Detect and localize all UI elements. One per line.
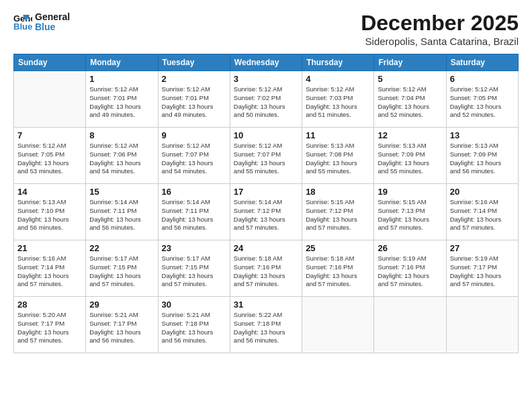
calendar-cell: 5Sunrise: 5:12 AM Sunset: 7:04 PM Daylig… xyxy=(374,71,446,128)
calendar-cell: 20Sunrise: 5:16 AM Sunset: 7:14 PM Dayli… xyxy=(446,184,518,240)
day-info: Sunrise: 5:14 AM Sunset: 7:12 PM Dayligh… xyxy=(234,198,298,232)
calendar-cell: 2Sunrise: 5:12 AM Sunset: 7:01 PM Daylig… xyxy=(158,71,230,128)
day-number: 21 xyxy=(17,243,82,253)
weekday-header-wednesday: Wednesday xyxy=(230,54,302,71)
day-number: 7 xyxy=(17,130,82,140)
day-number: 5 xyxy=(378,74,442,84)
day-number: 29 xyxy=(89,300,154,310)
day-info: Sunrise: 5:12 AM Sunset: 7:07 PM Dayligh… xyxy=(162,142,226,176)
day-info: Sunrise: 5:12 AM Sunset: 7:07 PM Dayligh… xyxy=(234,142,298,176)
calendar-cell: 1Sunrise: 5:12 AM Sunset: 7:01 PM Daylig… xyxy=(86,71,158,128)
calendar-cell xyxy=(374,297,446,353)
location: Sideropolis, Santa Catarina, Brazil xyxy=(361,36,519,47)
calendar-cell: 4Sunrise: 5:12 AM Sunset: 7:03 PM Daylig… xyxy=(302,71,374,128)
day-number: 15 xyxy=(89,187,154,197)
day-number: 10 xyxy=(234,130,298,140)
day-number: 24 xyxy=(234,243,298,253)
day-info: Sunrise: 5:12 AM Sunset: 7:01 PM Dayligh… xyxy=(89,85,154,120)
day-info: Sunrise: 5:12 AM Sunset: 7:04 PM Dayligh… xyxy=(378,85,442,120)
logo-line2: Blue xyxy=(35,22,70,32)
day-number: 1 xyxy=(89,74,154,84)
weekday-header-monday: Monday xyxy=(86,54,158,71)
calendar-cell xyxy=(14,71,86,128)
weekday-header-thursday: Thursday xyxy=(302,54,374,71)
day-number: 4 xyxy=(306,74,370,84)
calendar-cell: 3Sunrise: 5:12 AM Sunset: 7:02 PM Daylig… xyxy=(230,71,302,128)
page: General Blue General Blue December 2025 … xyxy=(0,0,532,411)
calendar-cell: 25Sunrise: 5:18 AM Sunset: 7:16 PM Dayli… xyxy=(302,240,374,297)
day-number: 11 xyxy=(306,130,370,140)
weekday-header-friday: Friday xyxy=(374,54,446,71)
day-info: Sunrise: 5:22 AM Sunset: 7:18 PM Dayligh… xyxy=(234,311,298,345)
calendar-cell: 22Sunrise: 5:17 AM Sunset: 7:15 PM Dayli… xyxy=(86,240,158,297)
day-number: 27 xyxy=(450,243,515,253)
day-info: Sunrise: 5:21 AM Sunset: 7:17 PM Dayligh… xyxy=(89,311,154,345)
calendar-cell xyxy=(302,297,374,353)
calendar-cell: 12Sunrise: 5:13 AM Sunset: 7:09 PM Dayli… xyxy=(374,128,446,184)
day-info: Sunrise: 5:21 AM Sunset: 7:18 PM Dayligh… xyxy=(162,311,226,345)
day-number: 6 xyxy=(450,74,515,84)
calendar-cell: 14Sunrise: 5:13 AM Sunset: 7:10 PM Dayli… xyxy=(14,184,86,240)
day-info: Sunrise: 5:12 AM Sunset: 7:06 PM Dayligh… xyxy=(89,142,154,176)
calendar-cell: 26Sunrise: 5:19 AM Sunset: 7:16 PM Dayli… xyxy=(374,240,446,297)
day-info: Sunrise: 5:13 AM Sunset: 7:08 PM Dayligh… xyxy=(306,142,370,176)
day-info: Sunrise: 5:14 AM Sunset: 7:11 PM Dayligh… xyxy=(89,198,154,232)
calendar-cell: 21Sunrise: 5:16 AM Sunset: 7:14 PM Dayli… xyxy=(14,240,86,297)
day-info: Sunrise: 5:15 AM Sunset: 7:12 PM Dayligh… xyxy=(306,198,370,232)
day-info: Sunrise: 5:17 AM Sunset: 7:15 PM Dayligh… xyxy=(89,255,154,289)
day-info: Sunrise: 5:16 AM Sunset: 7:14 PM Dayligh… xyxy=(450,198,515,232)
day-info: Sunrise: 5:18 AM Sunset: 7:16 PM Dayligh… xyxy=(306,255,370,289)
day-number: 2 xyxy=(162,74,226,84)
day-number: 22 xyxy=(89,243,154,253)
day-info: Sunrise: 5:13 AM Sunset: 7:09 PM Dayligh… xyxy=(450,142,515,176)
calendar-cell: 8Sunrise: 5:12 AM Sunset: 7:06 PM Daylig… xyxy=(86,128,158,184)
header: General Blue General Blue December 2025 … xyxy=(13,11,519,47)
calendar-week-3: 14Sunrise: 5:13 AM Sunset: 7:10 PM Dayli… xyxy=(14,184,519,240)
day-number: 31 xyxy=(234,300,298,310)
weekday-header-tuesday: Tuesday xyxy=(158,54,230,71)
weekday-header-saturday: Saturday xyxy=(446,54,518,71)
day-info: Sunrise: 5:18 AM Sunset: 7:16 PM Dayligh… xyxy=(234,255,298,289)
day-info: Sunrise: 5:12 AM Sunset: 7:05 PM Dayligh… xyxy=(450,85,515,120)
calendar-cell: 7Sunrise: 5:12 AM Sunset: 7:05 PM Daylig… xyxy=(14,128,86,184)
calendar-week-2: 7Sunrise: 5:12 AM Sunset: 7:05 PM Daylig… xyxy=(14,128,519,184)
calendar-cell: 24Sunrise: 5:18 AM Sunset: 7:16 PM Dayli… xyxy=(230,240,302,297)
day-number: 19 xyxy=(378,187,442,197)
calendar-week-4: 21Sunrise: 5:16 AM Sunset: 7:14 PM Dayli… xyxy=(14,240,519,297)
day-number: 20 xyxy=(450,187,515,197)
day-number: 23 xyxy=(162,243,226,253)
calendar-cell: 27Sunrise: 5:19 AM Sunset: 7:17 PM Dayli… xyxy=(446,240,518,297)
calendar-table: SundayMondayTuesdayWednesdayThursdayFrid… xyxy=(13,54,519,353)
day-number: 14 xyxy=(17,187,82,197)
calendar-cell: 9Sunrise: 5:12 AM Sunset: 7:07 PM Daylig… xyxy=(158,128,230,184)
day-number: 30 xyxy=(162,300,226,310)
day-info: Sunrise: 5:19 AM Sunset: 7:16 PM Dayligh… xyxy=(378,255,442,289)
calendar-cell: 30Sunrise: 5:21 AM Sunset: 7:18 PM Dayli… xyxy=(158,297,230,353)
day-info: Sunrise: 5:19 AM Sunset: 7:17 PM Dayligh… xyxy=(450,255,515,289)
svg-text:Blue: Blue xyxy=(13,21,32,31)
day-info: Sunrise: 5:17 AM Sunset: 7:15 PM Dayligh… xyxy=(162,255,226,289)
day-info: Sunrise: 5:16 AM Sunset: 7:14 PM Dayligh… xyxy=(17,255,82,289)
day-info: Sunrise: 5:13 AM Sunset: 7:09 PM Dayligh… xyxy=(378,142,442,176)
logo: General Blue General Blue xyxy=(13,11,70,33)
day-number: 9 xyxy=(162,130,226,140)
day-info: Sunrise: 5:12 AM Sunset: 7:03 PM Dayligh… xyxy=(306,85,370,120)
day-info: Sunrise: 5:14 AM Sunset: 7:11 PM Dayligh… xyxy=(162,198,226,232)
weekday-header-row: SundayMondayTuesdayWednesdayThursdayFrid… xyxy=(14,54,519,71)
day-number: 8 xyxy=(89,130,154,140)
month-title: December 2025 xyxy=(361,11,519,36)
day-number: 13 xyxy=(450,130,515,140)
calendar-cell: 18Sunrise: 5:15 AM Sunset: 7:12 PM Dayli… xyxy=(302,184,374,240)
day-number: 3 xyxy=(234,74,298,84)
calendar-week-1: 1Sunrise: 5:12 AM Sunset: 7:01 PM Daylig… xyxy=(14,71,519,128)
day-info: Sunrise: 5:12 AM Sunset: 7:01 PM Dayligh… xyxy=(162,85,226,120)
day-number: 17 xyxy=(234,187,298,197)
calendar-cell: 11Sunrise: 5:13 AM Sunset: 7:08 PM Dayli… xyxy=(302,128,374,184)
day-info: Sunrise: 5:15 AM Sunset: 7:13 PM Dayligh… xyxy=(378,198,442,232)
calendar-cell: 6Sunrise: 5:12 AM Sunset: 7:05 PM Daylig… xyxy=(446,71,518,128)
logo-line1: General xyxy=(35,12,70,22)
calendar-cell xyxy=(446,297,518,353)
day-number: 16 xyxy=(162,187,226,197)
day-number: 26 xyxy=(378,243,442,253)
calendar-cell: 31Sunrise: 5:22 AM Sunset: 7:18 PM Dayli… xyxy=(230,297,302,353)
